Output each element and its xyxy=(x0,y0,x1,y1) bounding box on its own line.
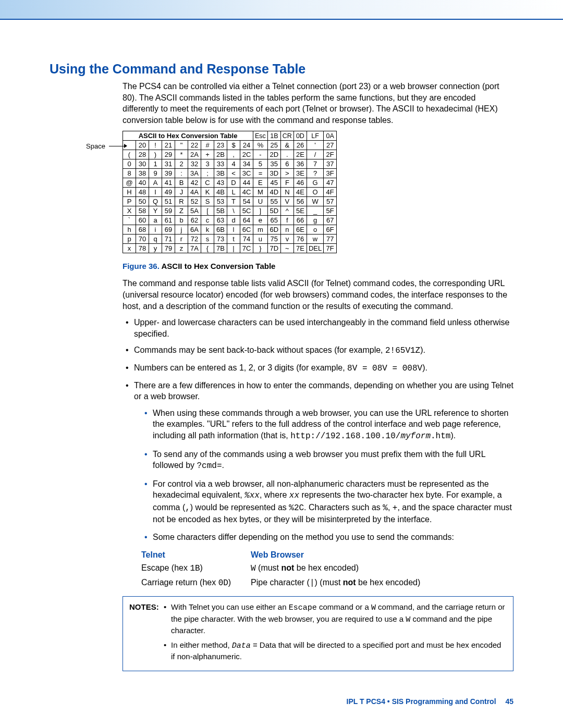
bullet-item: Commands may be sent back-to-back withou… xyxy=(123,344,513,357)
body-paragraph: The command and response table lists val… xyxy=(123,278,513,312)
col-head-web: Web Browser xyxy=(251,549,513,561)
arrow-line-icon xyxy=(109,146,125,146)
sub-bullet-item: To send any of the commands using a web … xyxy=(142,449,513,472)
sub-bullet-item: When using these commands through a web … xyxy=(142,408,513,442)
top-gradient-bar xyxy=(0,0,563,20)
arrow-head-icon xyxy=(124,144,127,148)
space-label: Space xyxy=(86,142,105,150)
sub-bullet-item: Some characters differ depending on the … xyxy=(142,532,513,543)
web-row: Pipe character (|) (must not be hex enco… xyxy=(251,577,513,589)
section-heading: Using the Command and Response Table xyxy=(50,61,513,77)
note-item: In either method, Data = Data that will … xyxy=(164,640,507,662)
telnet-web-columns: Telnet Web Browser Escape (hex 1B) W (mu… xyxy=(141,549,513,589)
intro-paragraph: The PCS4 can be controlled via either a … xyxy=(123,81,513,126)
footer-page-number: 45 xyxy=(505,697,513,706)
page-footer: IPL T PCS4 • SIS Programming and Control… xyxy=(0,687,563,726)
web-row: W (must not be hex encoded) xyxy=(251,562,513,575)
figure-caption: Figure 36. ASCII to Hex Conversion Table xyxy=(123,262,513,270)
sub-bullet-item: For control via a web browser, all non-a… xyxy=(142,478,513,525)
telnet-row: Carriage return (hex 0D) xyxy=(141,577,251,589)
bullet-item: There are a few differences in how to en… xyxy=(123,380,513,543)
notes-label: NOTES: xyxy=(129,602,159,612)
bullet-item: Upper- and lowercase characters can be u… xyxy=(123,317,513,339)
col-head-telnet: Telnet xyxy=(141,549,251,561)
ascii-hex-table: ASCII to Hex Conversion TableEsc1BCR0DLF… xyxy=(123,131,337,253)
notes-box: NOTES: With Telnet you can use either an… xyxy=(123,596,513,671)
note-item: With Telnet you can use either an Escape… xyxy=(164,602,507,636)
bullet-item: Numbers can be entered as 1, 2, or 3 dig… xyxy=(123,362,513,375)
footer-doc-title: IPL T PCS4 • SIS Programming and Control xyxy=(347,697,496,706)
telnet-row: Escape (hex 1B) xyxy=(141,562,251,575)
